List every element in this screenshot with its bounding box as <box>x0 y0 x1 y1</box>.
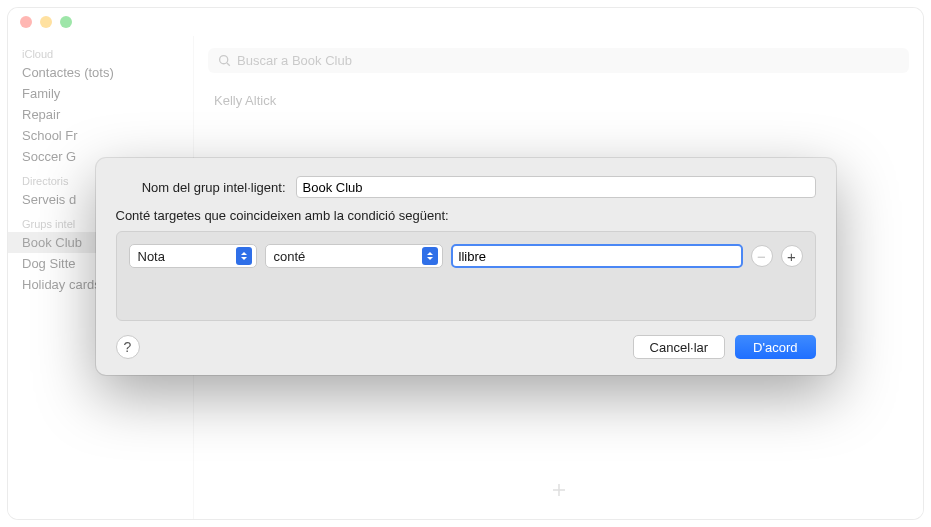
ok-button-label: D'acord <box>753 340 797 355</box>
plus-icon: + <box>787 248 796 265</box>
field-select-value: Nota <box>138 249 230 264</box>
minus-icon: − <box>757 248 766 265</box>
chevron-updown-icon <box>236 247 252 265</box>
smart-group-dialog: Nom del grup intel·ligent: Conté targete… <box>96 158 836 375</box>
contacts-window: iCloud Contactes (tots) Family Repair Sc… <box>8 8 923 519</box>
add-condition-button[interactable]: + <box>781 245 803 267</box>
cancel-button-label: Cancel·lar <box>650 340 709 355</box>
condition-value-input[interactable] <box>451 244 743 268</box>
chevron-updown-icon <box>422 247 438 265</box>
ok-button[interactable]: D'acord <box>735 335 815 359</box>
modal-overlay: Nom del grup intel·ligent: Conté targete… <box>8 8 923 519</box>
help-icon: ? <box>124 339 132 355</box>
help-button[interactable]: ? <box>116 335 140 359</box>
condition-description: Conté targetes que coincideixen amb la c… <box>116 208 816 223</box>
operator-select-value: conté <box>274 249 416 264</box>
condition-row: Nota conté − + <box>129 244 803 268</box>
name-label: Nom del grup intel·ligent: <box>116 180 296 195</box>
cancel-button[interactable]: Cancel·lar <box>633 335 726 359</box>
operator-select[interactable]: conté <box>265 244 443 268</box>
smart-group-name-input[interactable] <box>296 176 816 198</box>
conditions-container: Nota conté − + <box>116 231 816 321</box>
field-select[interactable]: Nota <box>129 244 257 268</box>
remove-condition-button[interactable]: − <box>751 245 773 267</box>
